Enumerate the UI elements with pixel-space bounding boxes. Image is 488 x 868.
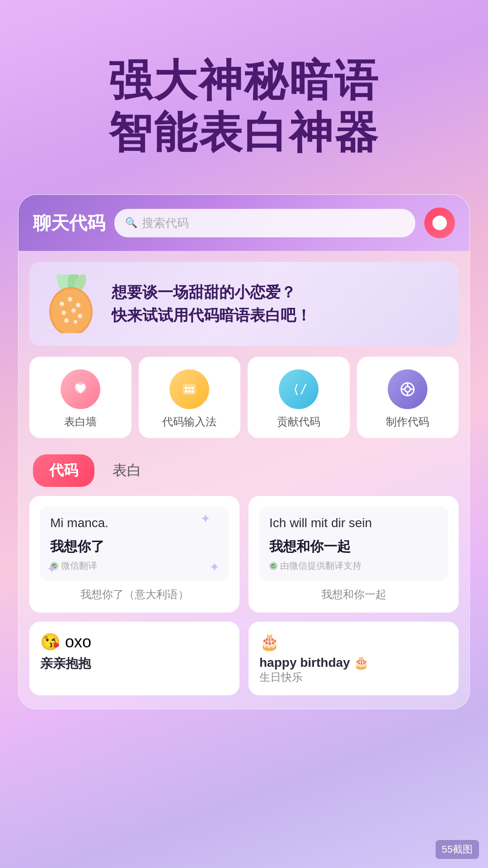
app-title: 聊天代码 <box>33 211 105 236</box>
code-foreign-2: Ich will mit dir sein <box>269 516 438 530</box>
birthday-emoji: 🎂 <box>259 632 448 651</box>
banner-line2: 快来试试用代码暗语表白吧！ <box>112 304 444 327</box>
quick-label-confession-wall: 表白墙 <box>64 415 97 429</box>
tab-confession[interactable]: 表白 <box>108 454 146 487</box>
mini-card-birthday[interactable]: 🎂 happy birthday 🎂 生日快乐 <box>249 622 459 695</box>
hero-title: 强大神秘暗语 智能表白神器 <box>36 54 452 158</box>
tab-code[interactable]: 代码 <box>33 454 94 487</box>
quick-label-contribute: 贡献代码 <box>277 415 320 429</box>
translate-badge-1: 微信翻译 <box>50 560 219 572</box>
watermark: 55截图 <box>436 840 479 859</box>
svg-point-5 <box>60 302 64 306</box>
quick-item-confession-wall[interactable]: 表白墙 <box>29 357 131 438</box>
search-icon: 🔍 <box>125 217 137 229</box>
svg-point-10 <box>78 314 82 318</box>
translate-dot-2 <box>269 562 277 570</box>
translate-badge-2: 由微信提供翻译支持 <box>269 560 438 572</box>
code-card-1-inner: Mi manca. 我想你了 微信翻译 ✦ ✦ ✦ <box>40 507 229 581</box>
code-cards-grid: Mi manca. 我想你了 微信翻译 ✦ ✦ ✦ 我想你了（意大利语） Ich… <box>19 496 469 613</box>
main-card: 聊天代码 🔍 搜索代码 <box>18 194 470 709</box>
quick-item-make-code[interactable]: 制作代码 <box>357 357 459 438</box>
svg-point-4 <box>51 289 91 333</box>
code-card-2-label: 我想和你一起 <box>259 587 448 602</box>
hug-emoji: 😘 oxo <box>40 632 229 651</box>
search-placeholder-text: 搜索代码 <box>142 215 189 231</box>
hug-text: 亲亲抱抱 <box>40 655 229 672</box>
svg-point-18 <box>185 390 188 393</box>
promo-banner: 想要谈一场甜甜的小恋爱？ 快来试试用代码暗语表白吧！ <box>29 262 459 346</box>
code-foreign-1: Mi manca. <box>50 516 219 530</box>
confession-wall-icon <box>61 369 100 409</box>
svg-point-16 <box>188 387 191 389</box>
birthday-text: happy birthday 🎂 <box>259 655 448 670</box>
svg-point-19 <box>188 390 191 393</box>
code-card-1-label: 我想你了（意大利语） <box>40 587 229 602</box>
svg-text:⟨/⟩: ⟨/⟩ <box>292 382 308 396</box>
bottom-cards: 😘 oxo 亲亲抱抱 🎂 happy birthday 🎂 生日快乐 <box>19 613 469 695</box>
banner-line1: 想要谈一场甜甜的小恋爱？ <box>112 281 444 304</box>
strawberry-icon <box>44 274 98 333</box>
avatar-inner <box>432 216 447 230</box>
banner-text: 想要谈一场甜甜的小恋爱？ 快来试试用代码暗语表白吧！ <box>112 281 444 327</box>
svg-point-23 <box>405 387 410 392</box>
sparkle-icon-2: ✦ <box>209 560 220 575</box>
search-bar[interactable]: 🔍 搜索代码 <box>114 209 415 237</box>
svg-point-17 <box>191 387 194 389</box>
quick-item-code-input[interactable]: 代码输入法 <box>139 357 241 438</box>
quick-label-code-input: 代码输入法 <box>162 415 216 429</box>
svg-point-7 <box>76 303 80 307</box>
svg-point-11 <box>64 318 69 323</box>
code-chinese-2: 我想和你一起 <box>269 538 438 556</box>
birthday-sub: 生日快乐 <box>259 670 448 684</box>
svg-point-12 <box>74 320 77 324</box>
avatar-button[interactable] <box>424 208 455 238</box>
mini-card-hug[interactable]: 😘 oxo 亲亲抱抱 <box>29 622 239 695</box>
contribute-icon: ⟨/⟩ <box>279 369 319 409</box>
tabs-row: 代码 表白 <box>19 438 469 496</box>
svg-point-29 <box>271 564 276 568</box>
sparkle-icon-3: ✦ <box>47 561 57 576</box>
code-chinese-1: 我想你了 <box>50 538 219 556</box>
sparkle-icon-1: ✦ <box>200 511 211 526</box>
banner-decoration <box>44 274 103 333</box>
quick-access-grid: 表白墙 代码输入法 ⟨/⟩ 贡献代码 制作代码 <box>19 346 469 438</box>
svg-point-15 <box>185 387 188 389</box>
svg-point-8 <box>61 311 66 315</box>
svg-point-6 <box>68 297 72 302</box>
code-card-2[interactable]: Ich will mit dir sein 我想和你一起 由微信提供翻译支持 我… <box>249 496 459 613</box>
quick-label-make-code: 制作代码 <box>386 415 429 429</box>
code-input-icon <box>169 369 209 409</box>
svg-point-9 <box>71 308 76 313</box>
card-header: 聊天代码 🔍 搜索代码 <box>19 195 469 251</box>
svg-point-20 <box>191 390 194 393</box>
quick-item-contribute[interactable]: ⟨/⟩ 贡献代码 <box>248 357 350 438</box>
hero-section: 强大神秘暗语 智能表白神器 <box>0 0 488 185</box>
code-card-2-inner: Ich will mit dir sein 我想和你一起 由微信提供翻译支持 <box>259 507 448 581</box>
code-card-1[interactable]: Mi manca. 我想你了 微信翻译 ✦ ✦ ✦ 我想你了（意大利语） <box>29 496 239 613</box>
make-code-icon <box>388 369 427 409</box>
